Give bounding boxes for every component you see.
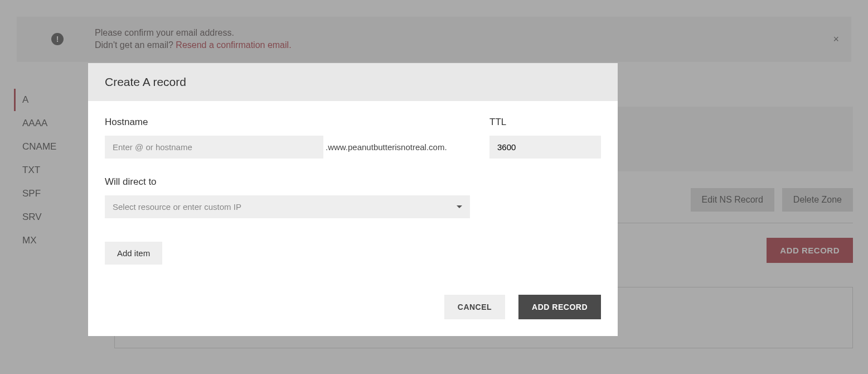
hostname-input[interactable]: [105, 136, 323, 159]
add-item-button[interactable]: Add item: [105, 242, 162, 265]
add-record-submit-button[interactable]: ADD RECORD: [518, 295, 601, 319]
modal-title: Create A record: [88, 63, 618, 101]
direct-to-placeholder: Select resource or enter custom IP: [113, 202, 241, 212]
domain-suffix: .www.peanutbutterisnotreal.com.: [326, 142, 447, 152]
ttl-input[interactable]: [489, 136, 601, 159]
will-direct-to-label: Will direct to: [105, 176, 601, 188]
hostname-label: Hostname: [105, 117, 467, 128]
chevron-down-icon: [457, 205, 462, 208]
ttl-label: TTL: [489, 117, 601, 128]
modal-overlay: Create A record Hostname .www.peanutbutt…: [0, 0, 868, 374]
direct-to-select[interactable]: Select resource or enter custom IP: [105, 195, 470, 218]
cancel-button[interactable]: CANCEL: [444, 295, 505, 319]
create-record-modal: Create A record Hostname .www.peanutbutt…: [88, 63, 618, 336]
